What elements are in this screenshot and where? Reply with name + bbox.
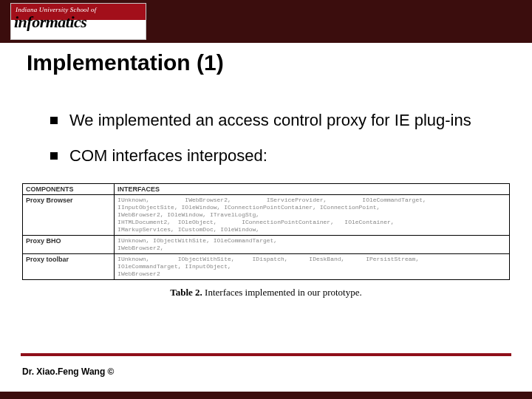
row-interfaces: IUnknown, IObjectWithSite, IOleCommandTa… — [115, 236, 510, 254]
bullet-1: We implemented an access control proxy f… — [50, 109, 494, 132]
footer-band — [0, 392, 532, 399]
bullet-2: COM interfaces interposed: — [50, 145, 494, 167]
bullet-text: COM interfaces interposed: — [69, 146, 267, 165]
bullet-list: We implemented an access control proxy f… — [50, 109, 494, 167]
table-row: Proxy BHO IUnknown, IObjectWithSite, IOl… — [23, 236, 510, 254]
row-label: Proxy Browser — [23, 195, 115, 236]
footer-text: Dr. Xiao.Feng Wang © — [22, 366, 114, 377]
footer-rule — [21, 353, 511, 356]
row-interfaces: IUnknown, IWebBrowser2, IServiceProvider… — [115, 195, 510, 236]
slide-title: Implementation (1) — [27, 50, 224, 75]
logo-wordmark: informatics — [14, 14, 86, 30]
row-interfaces: IUnknown, IObjectWithSite, IDispatch, ID… — [115, 254, 510, 280]
col-components: COMPONENTS — [23, 184, 115, 195]
table-row: Proxy Browser IUnknown, IWebBrowser2, IS… — [23, 195, 510, 236]
row-label: Proxy toolbar — [23, 254, 115, 280]
bullet-icon — [50, 117, 58, 124]
bullet-text: We implemented an access control proxy f… — [69, 111, 471, 129]
table-row: Proxy toolbar IUnknown, IObjectWithSite,… — [23, 254, 510, 280]
row-label: Proxy BHO — [23, 236, 115, 254]
interfaces-table: COMPONENTS INTERFACES Proxy Browser IUnk… — [22, 183, 510, 280]
bullet-icon — [50, 152, 58, 160]
logo: Indiana University School of informatics — [10, 3, 146, 40]
col-interfaces: INTERFACES — [115, 184, 510, 195]
interfaces-table-wrap: COMPONENTS INTERFACES Proxy Browser IUnk… — [22, 183, 510, 299]
table-caption: Table 2. Interfaces implemented in our p… — [22, 286, 510, 299]
